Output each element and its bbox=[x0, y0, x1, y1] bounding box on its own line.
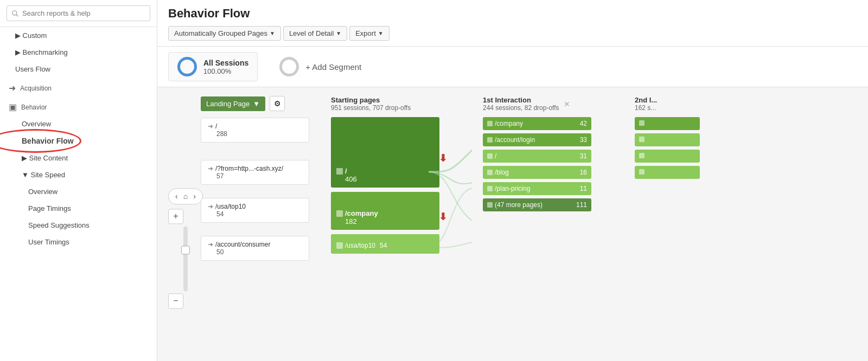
second-interaction-column: 2nd I... 162 s... bbox=[635, 96, 700, 352]
main-content: Behavior Flow Automatically Grouped Page… bbox=[157, 0, 868, 361]
nav-cluster: ‹ ⌂ › bbox=[168, 188, 203, 204]
arrow-icon: ➜ bbox=[208, 241, 213, 248]
flow-node-company[interactable]: /company 182 ⬇ bbox=[331, 192, 439, 230]
second-node-3[interactable] bbox=[635, 150, 700, 163]
second-node-1[interactable] bbox=[635, 117, 700, 130]
second-interaction-header: 2nd I... 162 s... bbox=[635, 96, 700, 112]
node-plan-pricing-11[interactable]: /plan-pricing 11 bbox=[483, 182, 591, 195]
export-button[interactable]: Export ▼ bbox=[349, 26, 389, 41]
add-segment-button[interactable]: + Add Segment bbox=[279, 57, 361, 76]
second-node-4[interactable] bbox=[635, 166, 700, 179]
drop-arrow-icon: ⬇ bbox=[439, 211, 447, 223]
second-interaction-nodes bbox=[635, 117, 700, 179]
landing-page-button[interactable]: Landing Page ▼ bbox=[201, 96, 265, 111]
starting-pages-column: Starting pages 951 sessions, 707 drop-of… bbox=[331, 96, 439, 352]
node-icon bbox=[487, 186, 493, 191]
segment-circle bbox=[177, 57, 197, 76]
segment-info: All Sessions 100.00% bbox=[203, 59, 248, 75]
settings-button[interactable]: ⚙ bbox=[270, 96, 285, 111]
sidebar-item-speed-suggestions[interactable]: Speed Suggestions bbox=[0, 217, 157, 234]
entry-count: 54 bbox=[208, 210, 302, 218]
entry-path-label: /usa/top10 bbox=[215, 203, 246, 210]
sidebar-item-behavior-flow[interactable]: Behavior Flow bbox=[0, 132, 157, 150]
node-account-login-33[interactable]: /account/login 33 bbox=[483, 133, 591, 146]
entry-path-label: /account/consumer bbox=[215, 241, 270, 248]
behavior-icon: ▣ bbox=[9, 102, 17, 112]
sidebar-item-overview[interactable]: Overview bbox=[0, 115, 157, 132]
flow-area: ‹ ⌂ › + − Landing Page bbox=[157, 87, 868, 361]
sidebar-item-site-speed-overview[interactable]: Overview bbox=[0, 183, 157, 200]
node-label: /usa/top10 bbox=[345, 242, 375, 249]
entry-count: 288 bbox=[208, 130, 302, 138]
node-icon bbox=[639, 137, 644, 142]
chevron-down-icon: ▼ bbox=[270, 30, 275, 36]
node-icon bbox=[487, 137, 493, 143]
drop-arrow-icon: ⬇ bbox=[439, 152, 447, 164]
sidebar-behavior[interactable]: ▣ Behavior bbox=[0, 96, 157, 115]
zoom-in-button[interactable]: + bbox=[168, 209, 183, 224]
level-of-detail-button[interactable]: Level of Detail ▼ bbox=[283, 26, 347, 41]
second-node-2[interactable] bbox=[635, 133, 700, 146]
sidebar-item-users-flow[interactable]: Users Flow bbox=[0, 61, 157, 78]
sidebar-item-site-speed[interactable]: ▼ Site Speed bbox=[0, 166, 157, 183]
first-interaction-nodes: /company 42 /account/login 33 / bbox=[483, 117, 591, 211]
sidebar: ▶ Custom ▶ Benchmarking Users Flow ➜ Acq… bbox=[0, 0, 157, 361]
arrow-icon: ➜ bbox=[208, 123, 213, 130]
sidebar-item-custom[interactable]: ▶ Custom bbox=[0, 27, 157, 44]
zoom-out-button[interactable]: − bbox=[168, 293, 183, 308]
entry-box-usa-top10: ➜ /usa/top10 54 bbox=[201, 198, 309, 223]
nav-forward-button[interactable]: › bbox=[191, 191, 198, 202]
add-segment-circle bbox=[279, 57, 299, 76]
entry-count: 50 bbox=[208, 248, 302, 256]
grouped-pages-button[interactable]: Automatically Grouped Pages ▼ bbox=[168, 26, 281, 41]
node-company-42[interactable]: /company 42 bbox=[483, 117, 591, 130]
flow-canvas: Landing Page ▼ ⚙ ➜ / bbox=[157, 87, 868, 361]
node-icon bbox=[336, 168, 343, 175]
sidebar-item-site-content[interactable]: ▶ Site Content bbox=[0, 150, 157, 166]
flow-layout: Landing Page ▼ ⚙ ➜ / bbox=[157, 87, 868, 361]
node-count: 406 bbox=[336, 175, 434, 183]
sidebar-acquisition[interactable]: ➜ Acquisition bbox=[0, 78, 157, 96]
sidebar-item-page-timings[interactable]: Page Timings bbox=[0, 200, 157, 217]
starting-pages-title: Starting pages bbox=[331, 96, 439, 104]
search-input[interactable] bbox=[7, 5, 150, 21]
nav-back-button[interactable]: ‹ bbox=[173, 191, 180, 202]
node-icon bbox=[639, 153, 644, 158]
zoom-controls: ‹ ⌂ › + − bbox=[168, 188, 203, 308]
first-interaction-subtitle: 244 sessions, 82 drop-offs bbox=[483, 104, 559, 112]
node-root-31[interactable]: / 31 bbox=[483, 150, 591, 163]
app-container: ▶ Custom ▶ Benchmarking Users Flow ➜ Acq… bbox=[0, 0, 868, 361]
node-more-pages-111[interactable]: (47 more pages) 111 bbox=[483, 198, 591, 211]
node-icon bbox=[639, 169, 644, 175]
node-label: /company bbox=[345, 209, 378, 217]
node-icon bbox=[487, 202, 493, 208]
main-header: Behavior Flow Automatically Grouped Page… bbox=[157, 0, 868, 47]
gear-icon: ⚙ bbox=[274, 99, 281, 108]
close-icon[interactable]: ✕ bbox=[564, 100, 570, 108]
node-count: 54 bbox=[380, 242, 387, 249]
zoom-thumb[interactable] bbox=[181, 246, 190, 254]
node-icon bbox=[487, 153, 493, 159]
sidebar-item-user-timings[interactable]: User Timings bbox=[0, 234, 157, 250]
search-box bbox=[0, 0, 157, 27]
segment-all-sessions[interactable]: All Sessions 100.00% bbox=[168, 52, 258, 81]
zoom-slider[interactable] bbox=[183, 226, 188, 291]
entry-box-root: ➜ / 288 bbox=[201, 118, 309, 143]
entry-count: 57 bbox=[208, 172, 302, 180]
acquisition-icon: ➜ bbox=[9, 83, 16, 93]
sidebar-item-benchmarking[interactable]: ▶ Benchmarking bbox=[0, 44, 157, 61]
landing-page-column: Landing Page ▼ ⚙ ➜ / bbox=[201, 96, 309, 352]
node-blog-16[interactable]: /blog 16 bbox=[483, 166, 591, 179]
second-interaction-title: 2nd I... bbox=[635, 96, 700, 104]
flow-node-usa-top10[interactable]: /usa/top10 54 bbox=[331, 234, 439, 254]
node-icon bbox=[487, 121, 493, 126]
entry-path-label: / bbox=[215, 123, 217, 130]
landing-page-controls: Landing Page ▼ ⚙ bbox=[201, 96, 309, 111]
node-icon bbox=[336, 242, 343, 249]
entry-path-label: /?from=http...-cash.xyz/ bbox=[215, 165, 283, 172]
node-icon bbox=[336, 210, 343, 217]
node-count: 182 bbox=[336, 217, 434, 225]
arrow-icon: ➜ bbox=[208, 203, 213, 210]
flow-node-root[interactable]: / 406 ⬇ bbox=[331, 117, 439, 188]
first-interaction-title: 1st Interaction bbox=[483, 96, 559, 104]
